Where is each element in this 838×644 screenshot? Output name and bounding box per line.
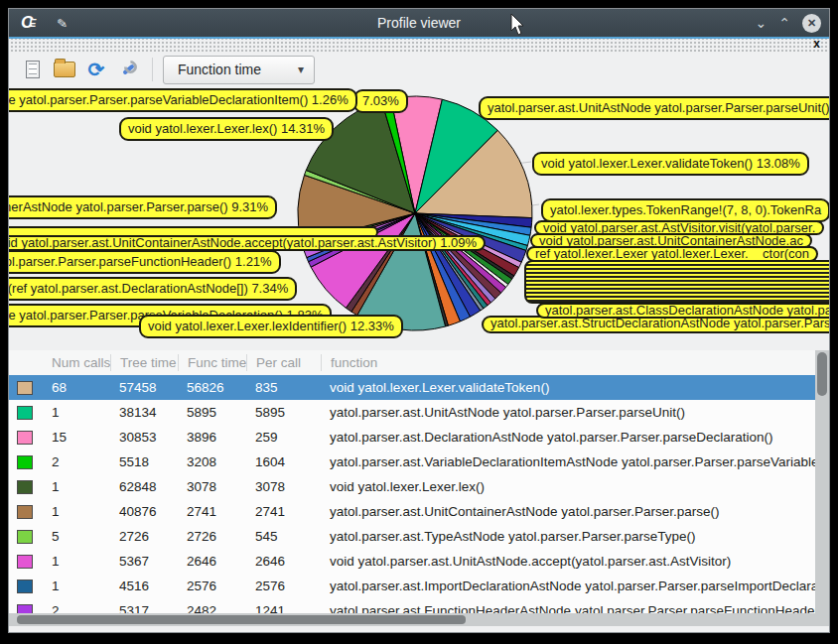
- cell-per-call: 835: [246, 380, 321, 395]
- pie-callout-label: void yatol.parser.ast.UnitContainerAstNo…: [530, 233, 812, 248]
- pie-callout-label: ode yatol.parser.Parser.parseVariableDec…: [9, 88, 357, 112]
- cell-function: yatol.parser.ast.VariableDeclarationItem…: [321, 454, 815, 469]
- cell-function: yatol.parser.ast.UnitContainerAstNode ya…: [321, 504, 815, 519]
- cell-function: yatol.parser.ast.ImportDeclarationAstNod…: [321, 579, 815, 593]
- row-color-swatch: [17, 455, 33, 469]
- column-func-time[interactable]: Func time: [178, 354, 246, 371]
- cell-num-calls: 1: [43, 504, 110, 519]
- pie-callout-label: void yatol.parser.ast.AstVisitor.visit(y…: [534, 220, 824, 235]
- report-icon[interactable]: [21, 58, 45, 81]
- row-color-swatch: [17, 505, 33, 519]
- pie-callout-label: yatol.parser.ast.UnitAstNode yatol.parse…: [479, 96, 829, 120]
- column-function[interactable]: function: [321, 354, 829, 371]
- cell-function: void yatol.lexer.Lexer.lex(): [321, 479, 815, 494]
- column-swatch: [9, 354, 43, 371]
- cell-function: void yatol.lexer.Lexer.validateToken(): [321, 380, 815, 395]
- vertical-scrollbar-thumb[interactable]: [817, 352, 827, 396]
- cell-tree-time: 57458: [110, 380, 178, 395]
- row-color-swatch: [17, 580, 33, 593]
- table-row[interactable]: 16284830783078void yatol.lexer.Lexer.lex…: [9, 474, 815, 499]
- cell-per-call: 2741: [246, 504, 321, 519]
- table-header[interactable]: Num calls Tree time Func time Per call f…: [9, 350, 829, 375]
- cell-func-time: 56826: [178, 380, 246, 395]
- row-color-swatch: [17, 381, 33, 395]
- chevron-down-icon: ▾: [298, 63, 304, 76]
- cell-func-time: 2726: [178, 529, 246, 544]
- row-color-swatch: [17, 555, 33, 569]
- chart-area: 7.03%ode yatol.parser.Parser.parseVariab…: [9, 87, 829, 350]
- open-folder-icon[interactable]: [53, 58, 76, 81]
- metric-dropdown-value: Function time: [178, 62, 261, 77]
- cell-func-time: 3078: [178, 479, 246, 494]
- metric-dropdown[interactable]: Function time ▾: [163, 56, 315, 84]
- vertical-scrollbar[interactable]: [815, 350, 829, 613]
- cell-per-call: 2646: [246, 554, 321, 569]
- toolbar-separator: [152, 58, 153, 81]
- cell-num-calls: 5: [43, 529, 110, 544]
- horizontal-scrollbar-thumb[interactable]: [17, 615, 466, 624]
- close-button[interactable]: ✕: [802, 14, 821, 33]
- row-color-swatch: [17, 530, 33, 544]
- dock-header[interactable]: x: [9, 39, 829, 52]
- cell-func-time: 5895: [178, 405, 246, 420]
- toolbar: ⟳ Function time ▾: [9, 52, 829, 87]
- cell-tree-time: 40876: [110, 504, 178, 519]
- column-num-calls[interactable]: Num calls: [43, 354, 110, 371]
- cell-per-call: 259: [246, 430, 321, 445]
- wrench-icon[interactable]: [116, 58, 140, 81]
- cell-num-calls: 1: [43, 479, 110, 494]
- pie-callout-label: yatol.lexer.types.TokenRange!(7, 8, 0).T…: [541, 198, 829, 222]
- table-body: 685745856826835void yatol.lexer.Lexer.va…: [9, 375, 815, 626]
- cell-tree-time: 4516: [110, 579, 178, 593]
- pie-callout-label: atol.parser.Parser.parseFunctionHeader()…: [9, 250, 281, 274]
- titlebar[interactable]: CE ✏ Profile viewer ⌄ ⌃ ✕: [9, 9, 829, 37]
- pie-callout-label: void yatol.lexer.Lexer.validateToken() 1…: [532, 152, 809, 176]
- cell-per-call: 5895: [246, 405, 321, 420]
- mouse-cursor: [510, 14, 526, 38]
- table-row[interactable]: 13813458955895yatol.parser.ast.UnitAstNo…: [9, 400, 815, 425]
- table-row[interactable]: 527262726545yatol.parser.ast.TypeAstNode…: [9, 524, 815, 549]
- cell-num-calls: 1: [43, 579, 110, 593]
- pie-callout-label: void yatol.parser.ast.UnitContainerAstNo…: [9, 235, 486, 251]
- cell-function: yatol.parser.ast.TypeAstNode yatol.parse…: [321, 529, 815, 544]
- cell-func-time: 2741: [178, 504, 246, 519]
- pie-callout-label: ref yatol.lexer.Lexer yatol.lexer.Lexer.…: [526, 246, 818, 262]
- cell-num-calls: 15: [43, 430, 110, 445]
- profile-viewer-window: CE ✏ Profile viewer ⌄ ⌃ ✕ x ⟳ Function t…: [8, 8, 830, 633]
- minimize-button[interactable]: ⌄: [756, 18, 768, 28]
- cell-func-time: 3208: [178, 454, 246, 469]
- table-row[interactable]: 1536726462646void yatol.parser.ast.UnitA…: [9, 549, 815, 574]
- maximize-button[interactable]: ⌃: [778, 18, 790, 28]
- cell-function: void yatol.parser.ast.UnitAstNode.accept…: [321, 554, 815, 569]
- cell-per-call: 2576: [246, 579, 321, 593]
- cell-tree-time: 5367: [110, 554, 178, 569]
- pie-callout-label: [524, 260, 829, 304]
- cell-tree-time: 2726: [110, 529, 178, 544]
- table-row[interactable]: 2551832081604yatol.parser.ast.VariableDe…: [9, 450, 815, 474]
- window-title: Profile viewer: [9, 15, 829, 31]
- cell-func-time: 2576: [178, 579, 246, 593]
- table-row[interactable]: 14087627412741yatol.parser.ast.UnitConta…: [9, 499, 815, 524]
- table-row[interactable]: 15308533896259yatol.parser.ast.Declarati…: [9, 425, 815, 450]
- cell-tree-time: 5518: [110, 454, 178, 469]
- horizontal-scrollbar[interactable]: [9, 613, 829, 626]
- cell-num-calls: 1: [43, 554, 110, 569]
- column-per-call[interactable]: Per call: [246, 354, 321, 371]
- pie-callout-label: ainerAstNode yatol.parser.Parser.parse()…: [9, 195, 277, 219]
- cell-tree-time: 62848: [110, 479, 178, 494]
- table-row[interactable]: 1451625762576yatol.parser.ast.ImportDecl…: [9, 574, 815, 598]
- column-tree-time[interactable]: Tree time: [110, 354, 178, 371]
- cell-tree-time: 38134: [110, 405, 178, 420]
- cell-function: yatol.parser.ast.DeclarationAstNode yato…: [321, 430, 815, 445]
- cell-tree-time: 30853: [110, 430, 178, 445]
- pie-callout-label: void yatol.lexer.Lexer.lex() 14.31%: [119, 117, 334, 141]
- cell-func-time: 2646: [178, 554, 246, 569]
- table-row[interactable]: 685745856826835void yatol.lexer.Lexer.va…: [9, 375, 815, 400]
- cell-func-time: 3896: [178, 430, 246, 445]
- panel-close-icon[interactable]: x: [813, 37, 820, 51]
- cell-function: yatol.parser.ast.UnitAstNode yatol.parse…: [321, 405, 815, 420]
- refresh-icon[interactable]: ⟳: [84, 58, 108, 81]
- results-table: Num calls Tree time Func time Per call f…: [9, 350, 829, 626]
- cell-per-call: 1604: [246, 454, 321, 469]
- row-color-swatch: [17, 431, 33, 445]
